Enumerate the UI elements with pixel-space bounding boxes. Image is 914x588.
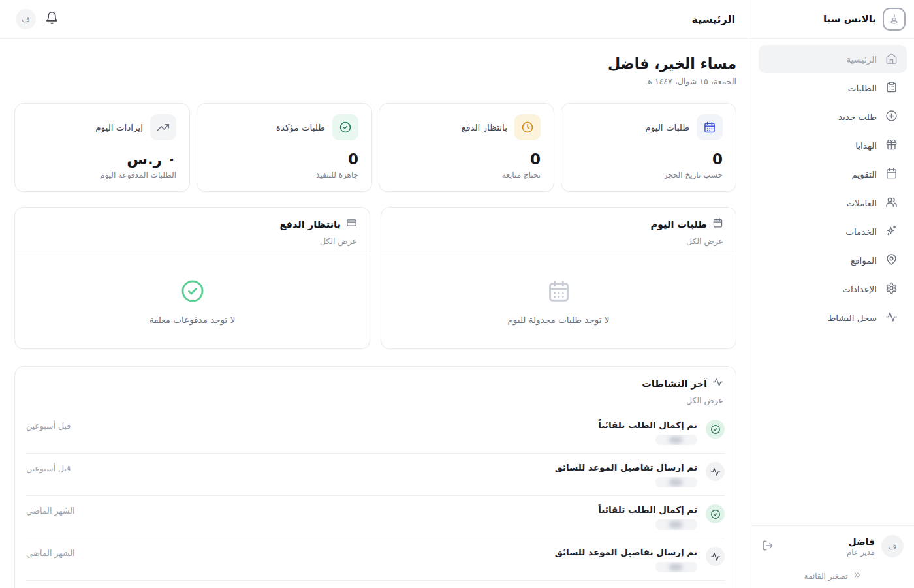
gift-icon — [885, 138, 898, 153]
sidebar-item-label: الخدمات — [845, 226, 877, 237]
stat-subtitle: جاهزة للتنفيذ — [210, 170, 358, 179]
stat-subtitle: تحتاج متابعة — [392, 170, 541, 179]
brand-name: بالانس سبا — [823, 13, 876, 25]
sidebar-item-services[interactable]: الخدمات — [759, 217, 907, 245]
sidebar-item-locations[interactable]: المواقع — [759, 246, 907, 274]
sidebar-item-label: الرئيسية — [847, 54, 877, 65]
activity-row-time: الشهر الماضي — [26, 506, 74, 516]
blurred-order-badge — [655, 477, 697, 487]
activity-row[interactable]: تم إرسال تفاصيل الموعد للسائق الشهر الما… — [15, 538, 736, 580]
activity-icon — [885, 311, 898, 325]
trending-up-icon — [150, 114, 176, 140]
sidebar-item-label: الهدايا — [855, 140, 877, 151]
bell-icon — [45, 11, 59, 27]
sidebar-item-activity-log[interactable]: سجل النشاط — [759, 303, 907, 332]
stat-card-today-orders[interactable]: طلبات اليوم 0 حسب تاريخ الحجز — [561, 103, 736, 192]
activity-row[interactable]: تم إكمال الطلب تلقائياً الشهر الماضي — [15, 496, 736, 538]
activity-row[interactable]: تم إكمال الطلب تلقائياً الشهر الماضي — [15, 581, 736, 588]
panel-pending-payments: بانتظار الدفع عرض الكل لا توجد مدفوعات م… — [14, 207, 370, 349]
activity-row-title: تم إكمال الطلب تلقائياً — [74, 504, 697, 515]
stat-card-confirmed-orders[interactable]: طلبات مؤكدة 0 جاهزة للتنفيذ — [197, 103, 372, 192]
blurred-order-badge — [655, 435, 697, 445]
collapse-menu-label: تصغير القائمة — [804, 572, 847, 581]
check-circle-icon — [706, 504, 725, 523]
stat-value: 0 — [575, 151, 723, 168]
stats-row: طلبات اليوم 0 حسب تاريخ الحجز بانتظار ال… — [14, 103, 736, 192]
activity-icon — [706, 547, 725, 566]
stat-label: طلبات مؤكدة — [276, 122, 325, 132]
blurred-order-badge — [655, 562, 697, 572]
sidebar-spacer — [751, 338, 914, 525]
topbar-actions: ف — [16, 9, 59, 29]
sidebar-item-staff[interactable]: العاملات — [759, 189, 907, 217]
sparkles-icon — [885, 224, 898, 239]
view-all-link[interactable]: عرض الكل — [686, 395, 723, 405]
calendar-icon — [712, 217, 723, 231]
sidebar-item-label: طلب جديد — [838, 112, 877, 122]
activity-row-title: تم إرسال تفاصيل الموعد للسائق — [74, 547, 697, 557]
greeting-title: مساء الخير، فاضل — [14, 55, 736, 72]
stat-card-pending-payment[interactable]: بانتظار الدفع 0 تحتاج متابعة — [379, 103, 554, 192]
sidebar-nav: الرئيسية الطلبات طلب جديد الهدايا التقوي… — [751, 39, 914, 338]
stat-value: 0 — [392, 151, 541, 168]
sidebar-item-label: سجل النشاط — [828, 313, 877, 323]
collapse-menu-button[interactable]: تصغير القائمة — [762, 570, 904, 581]
user-role: مدير عام — [847, 548, 875, 557]
sidebar-item-orders[interactable]: الطلبات — [759, 74, 907, 102]
check-circle-icon — [180, 279, 205, 306]
activity-title: آخر النشاطات — [642, 379, 707, 389]
content: مساء الخير، فاضل الجمعة، ١٥ شوال، ١٤٤٧ ه… — [0, 39, 751, 588]
activity-list: تم إكمال الطلب تلقائياً قبل أسبوعين تم إ… — [15, 411, 736, 588]
brand: بالانس سبا — [751, 0, 914, 39]
logout-icon — [762, 540, 774, 553]
greeting-date: الجمعة، ١٥ شوال، ١٤٤٧ هـ — [14, 76, 736, 86]
logout-button[interactable] — [762, 540, 774, 553]
stat-label: طلبات اليوم — [645, 122, 689, 132]
stat-card-today-revenue[interactable]: إيرادات اليوم ٠ ر.س الطلبات المدفوعة الي… — [14, 103, 190, 192]
empty-state: لا توجد مدفوعات معلقة — [15, 255, 370, 348]
chevrons-right-icon — [853, 570, 862, 581]
activity-row-title: تم إكمال الطلب تلقائياً — [71, 420, 697, 430]
main-column: الرئيسية ف مساء الخير، فاضل الجمعة، ١٥ ش… — [0, 0, 751, 588]
stat-label: بانتظار الدفع — [462, 122, 507, 132]
plus-circle-icon — [885, 110, 898, 124]
blurred-order-badge — [655, 519, 697, 530]
panel-today-orders: طلبات اليوم عرض الكل لا توجد طلبات مجدول… — [381, 207, 736, 349]
empty-state-text: لا توجد مدفوعات معلقة — [150, 315, 236, 325]
sidebar-item-calendar[interactable]: التقويم — [759, 160, 907, 188]
sidebar-footer: ف فاضل مدير عام تصغير القائمة — [751, 525, 914, 588]
activity-row-title: تم إرسال تفاصيل الموعد للسائق — [71, 462, 697, 472]
check-circle-icon — [332, 114, 358, 140]
sidebar-item-new-order[interactable]: طلب جديد — [759, 102, 907, 131]
sidebar-item-label: التقويم — [852, 169, 877, 179]
activity-row[interactable]: تم إرسال تفاصيل الموعد للسائق قبل أسبوعي… — [15, 454, 736, 495]
sidebar: بالانس سبا الرئيسية الطلبات طلب جديد اله… — [751, 0, 914, 588]
stat-subtitle: حسب تاريخ الحجز — [575, 170, 723, 179]
panel-title: طلبات اليوم — [650, 219, 707, 230]
map-pin-icon — [885, 253, 898, 268]
sidebar-item-home[interactable]: الرئيسية — [759, 45, 907, 73]
avatar: ف — [881, 535, 904, 557]
activity-icon — [706, 462, 725, 481]
app-window: بالانس سبا الرئيسية الطلبات طلب جديد اله… — [0, 0, 914, 588]
sidebar-item-label: الإعدادات — [842, 284, 877, 294]
calendar-icon — [546, 279, 571, 306]
calendar-icon — [697, 114, 723, 140]
notifications-button[interactable] — [45, 11, 59, 27]
credit-card-icon — [346, 217, 357, 231]
users-icon — [885, 196, 898, 210]
sidebar-item-gifts[interactable]: الهدايا — [759, 131, 907, 159]
view-all-link[interactable]: عرض الكل — [320, 236, 357, 246]
topbar-avatar[interactable]: ف — [16, 9, 36, 29]
view-all-link[interactable]: عرض الكل — [686, 236, 723, 246]
sidebar-item-settings[interactable]: الإعدادات — [759, 275, 907, 303]
check-circle-icon — [706, 420, 725, 439]
activity-row-time: قبل أسبوعين — [26, 463, 71, 473]
activity-panel: آخر النشاطات عرض الكل تم إكمال الطلب تلق… — [14, 366, 736, 588]
clipboard-icon — [885, 81, 898, 95]
panel-title: بانتظار الدفع — [280, 219, 341, 230]
user-profile: ف فاضل مدير عام — [762, 535, 904, 557]
stat-value: ٠ ر.س — [28, 151, 176, 168]
activity-row[interactable]: تم إكمال الطلب تلقائياً قبل أسبوعين — [15, 411, 736, 453]
user-name: فاضل — [847, 536, 875, 547]
